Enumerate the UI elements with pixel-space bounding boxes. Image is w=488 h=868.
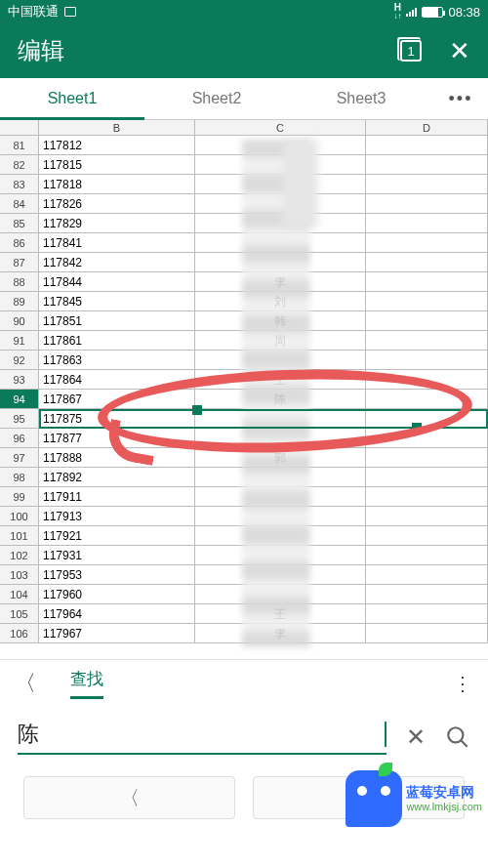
cell[interactable] xyxy=(195,214,366,233)
row-header[interactable]: 89 xyxy=(0,292,39,311)
close-button[interactable]: ✕ xyxy=(449,36,470,66)
find-back-button[interactable]: 〈 xyxy=(8,669,43,698)
cell[interactable]: 117877 xyxy=(39,429,195,448)
cell[interactable]: 117863 xyxy=(39,351,195,370)
find-tab[interactable]: 查找 xyxy=(70,668,103,699)
row-header[interactable]: 84 xyxy=(0,194,39,214)
cell[interactable] xyxy=(195,194,366,214)
cell[interactable]: 王 xyxy=(195,370,366,390)
table-row[interactable]: 104117960 xyxy=(0,585,488,604)
cell[interactable]: 117921 xyxy=(39,526,195,546)
row-header[interactable]: 104 xyxy=(0,585,39,604)
table-row[interactable]: 102117931 xyxy=(0,546,488,565)
col-header-b[interactable]: B xyxy=(39,120,195,136)
row-header[interactable]: 91 xyxy=(0,331,39,351)
cell[interactable] xyxy=(366,214,488,233)
table-row[interactable]: 97117888郭 xyxy=(0,448,488,468)
table-row[interactable]: 103117953 xyxy=(0,565,488,585)
cell[interactable] xyxy=(366,155,488,175)
cell[interactable]: 117845 xyxy=(39,292,195,311)
cell[interactable]: 117867 xyxy=(39,390,195,409)
cell[interactable] xyxy=(195,526,366,546)
cell[interactable] xyxy=(366,194,488,214)
row-header[interactable]: 83 xyxy=(0,175,39,194)
table-row[interactable]: 92117863 xyxy=(0,351,488,370)
cell[interactable]: 117953 xyxy=(39,565,195,585)
table-row[interactable]: 82117815 xyxy=(0,155,488,175)
row-header[interactable]: 92 xyxy=(0,351,39,370)
row-header[interactable]: 82 xyxy=(0,155,39,175)
table-row[interactable]: 87117842 xyxy=(0,253,488,272)
cell[interactable]: 117851 xyxy=(39,311,195,331)
find-next-button[interactable]: 〉 xyxy=(253,776,465,819)
cell[interactable] xyxy=(366,370,488,390)
cell[interactable]: 117815 xyxy=(39,155,195,175)
cell[interactable] xyxy=(366,175,488,194)
table-row[interactable]: 93117864王 xyxy=(0,370,488,390)
table-row[interactable]: 105117964王 xyxy=(0,604,488,624)
row-header[interactable]: 99 xyxy=(0,487,39,507)
cell[interactable]: 李 xyxy=(195,272,366,292)
sheet-more-button[interactable]: ••• xyxy=(433,78,488,119)
cell[interactable] xyxy=(195,155,366,175)
cell[interactable] xyxy=(366,526,488,546)
cell[interactable] xyxy=(195,487,366,507)
row-header[interactable]: 103 xyxy=(0,565,39,585)
search-icon[interactable] xyxy=(445,724,470,750)
cell[interactable] xyxy=(366,233,488,253)
cell[interactable] xyxy=(195,351,366,370)
cell[interactable]: 117892 xyxy=(39,468,195,487)
cell[interactable] xyxy=(195,253,366,272)
table-row[interactable]: 83117818 xyxy=(0,175,488,194)
cell[interactable] xyxy=(366,136,488,155)
table-row[interactable]: 86117841 xyxy=(0,233,488,253)
cell[interactable]: 陈 xyxy=(195,390,366,409)
row-header[interactable]: 86 xyxy=(0,233,39,253)
cell[interactable]: 韩 xyxy=(195,311,366,331)
cell[interactable]: 117864 xyxy=(39,370,195,390)
cell[interactable] xyxy=(366,565,488,585)
cell[interactable] xyxy=(366,292,488,311)
table-row[interactable]: 101117921 xyxy=(0,526,488,546)
cell[interactable]: 117812 xyxy=(39,136,195,155)
cell[interactable] xyxy=(366,624,488,643)
cell[interactable] xyxy=(366,448,488,468)
cell[interactable] xyxy=(366,468,488,487)
cell[interactable] xyxy=(366,409,488,429)
row-header[interactable]: 98 xyxy=(0,468,39,487)
table-row[interactable]: 84117826 xyxy=(0,194,488,214)
col-header-c[interactable]: C xyxy=(195,120,366,136)
table-row[interactable]: 85117829 xyxy=(0,214,488,233)
cell[interactable] xyxy=(366,253,488,272)
cell[interactable]: 117842 xyxy=(39,253,195,272)
table-row[interactable]: 95117875 xyxy=(0,409,488,429)
row-header[interactable]: 94 xyxy=(0,390,39,409)
table-row[interactable]: 98117892 xyxy=(0,468,488,487)
cell[interactable]: 117967 xyxy=(39,624,195,643)
cell[interactable] xyxy=(195,585,366,604)
table-row[interactable]: 96117877 xyxy=(0,429,488,448)
cell[interactable] xyxy=(366,390,488,409)
row-header[interactable]: 85 xyxy=(0,214,39,233)
cell[interactable] xyxy=(195,175,366,194)
cell[interactable]: 郭 xyxy=(195,448,366,468)
cell[interactable]: 117964 xyxy=(39,604,195,624)
find-more-button[interactable]: ⋮ xyxy=(445,672,480,695)
cell[interactable] xyxy=(366,331,488,351)
spreadsheet[interactable]: B C D 8111781282117815831178188411782685… xyxy=(0,120,488,659)
find-prev-button[interactable]: 〈 xyxy=(23,776,235,819)
cell[interactable]: 117818 xyxy=(39,175,195,194)
cell[interactable] xyxy=(366,585,488,604)
table-row[interactable]: 91117861周 xyxy=(0,331,488,351)
cell[interactable]: 117861 xyxy=(39,331,195,351)
clear-search-button[interactable]: ✕ xyxy=(400,723,431,751)
cell[interactable] xyxy=(195,429,366,448)
table-row[interactable]: 100117913 xyxy=(0,507,488,526)
cell[interactable]: 117911 xyxy=(39,487,195,507)
row-header[interactable]: 90 xyxy=(0,311,39,331)
table-row[interactable]: 94117867陈 xyxy=(0,390,488,409)
cell[interactable]: 王 xyxy=(195,604,366,624)
corner-cell[interactable] xyxy=(0,120,39,136)
col-header-d[interactable]: D xyxy=(366,120,488,136)
cell[interactable]: 117888 xyxy=(39,448,195,468)
